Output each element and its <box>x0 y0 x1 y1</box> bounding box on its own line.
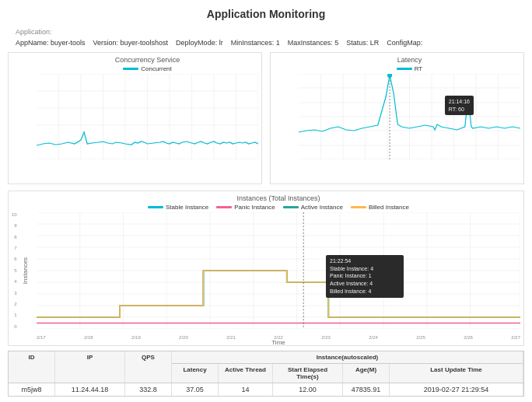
concurrency-svg <box>37 74 258 159</box>
cell-latency: 37.05 <box>172 383 219 396</box>
concurrency-legend-label: Concurrent <box>141 65 172 72</box>
table-header: ID IP QPS Instance(autoscaled) Latency A… <box>9 351 523 383</box>
app-info: Application: AppName: buyer-tools Versio… <box>0 25 532 52</box>
concurrency-chart-title: Concurrency Service <box>37 56 258 64</box>
instance-table: ID IP QPS Instance(autoscaled) Latency A… <box>8 351 524 397</box>
app-configmap: ConfigMap: <box>387 37 422 48</box>
svg-point-33 <box>387 74 392 78</box>
col-header-last: Last Update Time <box>390 364 523 383</box>
app-max-instances: MaxInstances: 5 <box>288 37 339 48</box>
concurrency-chart-area: Concurrent 20016012080400 <box>37 74 258 159</box>
instances-x-label: Time <box>271 339 285 346</box>
instances-svg <box>37 212 520 329</box>
latency-legend-label: RT <box>415 65 423 72</box>
cell-ip: 11.24.44.18 <box>55 383 125 396</box>
col-header-thread: Active Thread <box>219 364 273 383</box>
app-status: Status: LR <box>346 37 379 48</box>
panic-legend: Panic Instance <box>216 204 275 211</box>
cell-age: 47835.91 <box>343 383 390 396</box>
app-version: Version: buyer-toolshost <box>93 37 169 48</box>
col-header-instance: Instance(autoscaled) Latency Active Thre… <box>172 351 523 383</box>
app-deploy-mode: DeployMode: lr <box>176 37 223 48</box>
cell-qps: 332.8 <box>125 383 172 396</box>
active-legend: Active Instance <box>283 204 343 211</box>
instances-chart-title: Instances (Total Instances) <box>37 194 520 202</box>
stable-legend: Stable Instance <box>148 204 208 211</box>
table-row: m5jw8 11.24.44.18 332.8 37.05 14 12.00 4… <box>9 383 523 396</box>
latency-chart-area: Latency 120100806040200 <box>299 74 520 159</box>
app-min-instances: MinInstances: 1 <box>231 37 280 48</box>
col-header-ip: IP <box>55 351 125 383</box>
instances-legend: Stable Instance Panic Instance Active In… <box>37 204 520 211</box>
concurrency-legend: Concurrent <box>123 65 172 72</box>
app-info-label: Application: <box>16 26 516 37</box>
cell-last: 2019-02-27 21:29:54 <box>390 383 523 396</box>
concurrency-chart: Concurrency Service Concurrent Concurren… <box>8 52 262 184</box>
instances-chart-box: Instances (Total Instances) Stable Insta… <box>8 191 524 346</box>
col-header-start: Start Elapsed Time(s) <box>273 364 343 383</box>
col-header-age: Age(M) <box>343 364 390 383</box>
latency-chart: Latency RT Latency 120100806040200 <box>270 52 524 184</box>
instances-y-ticks: 109876543210 <box>12 212 17 329</box>
cell-thread: 14 <box>219 383 273 396</box>
col-header-qps: QPS <box>125 351 172 383</box>
latency-legend: RT <box>397 65 423 72</box>
latency-chart-title: Latency <box>299 56 520 64</box>
app-name: AppName: buyer-tools <box>16 37 86 48</box>
cell-id: m5jw8 <box>9 383 55 396</box>
instances-y-label: Instances <box>22 257 29 284</box>
latency-svg <box>299 74 520 159</box>
col-header-id: ID <box>9 351 55 383</box>
col-header-latency: Latency <box>172 364 219 383</box>
instances-chart-area: 109876543210 Instances <box>37 212 520 329</box>
billed-legend: Billed Instance <box>351 204 409 211</box>
cell-start: 12.00 <box>273 383 343 396</box>
cell-instance: 37.05 14 12.00 47835.91 2019-02-27 21:29… <box>172 383 523 396</box>
page-title: Application Monitoring <box>0 0 532 25</box>
